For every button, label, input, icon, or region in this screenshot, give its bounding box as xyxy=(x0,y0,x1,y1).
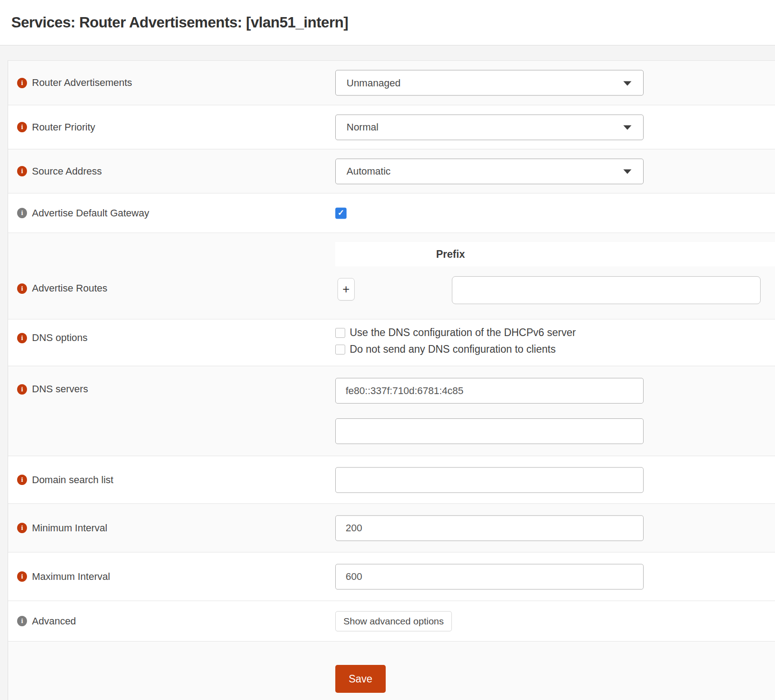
info-icon[interactable]: i xyxy=(17,166,27,176)
form-row-router-priority: i Router Priority Normal xyxy=(8,105,775,149)
dns-options-label: DNS options xyxy=(32,332,88,344)
info-icon[interactable]: i xyxy=(17,208,27,218)
router-priority-select[interactable]: Normal xyxy=(335,114,644,140)
form-row-source-address: i Source Address Automatic xyxy=(8,149,775,193)
info-icon[interactable]: i xyxy=(17,122,27,132)
prefix-column-header: Prefix xyxy=(436,248,465,260)
source-address-selected-value: Automatic xyxy=(347,166,391,177)
form-row-router-advertisements: i Router Advertisements Unmanaged xyxy=(8,61,775,105)
page-header: Services: Router Advertisements: [vlan51… xyxy=(0,0,775,45)
info-icon[interactable]: i xyxy=(17,333,27,343)
row-label: i Router Advertisements xyxy=(17,77,132,89)
caret-down-icon xyxy=(623,81,631,85)
dns-option-row: Do not send any DNS configuration to cli… xyxy=(335,343,556,355)
info-icon[interactable]: i xyxy=(17,616,27,626)
caret-down-icon xyxy=(623,170,631,174)
form-row-dns-options: i DNS options Use the DNS configuration … xyxy=(8,319,775,366)
info-icon[interactable]: i xyxy=(17,475,27,485)
form-row-save: Save xyxy=(8,641,775,700)
use-dhcpv6-dns-checkbox[interactable] xyxy=(335,328,345,338)
no-dns-config-checkbox[interactable] xyxy=(335,345,345,354)
row-label: i Minimum Interval xyxy=(17,522,107,534)
routes-table-header: Prefix xyxy=(335,242,775,266)
dns-servers-label: DNS servers xyxy=(32,383,88,395)
advertise-default-gateway-label: Advertise Default Gateway xyxy=(32,207,149,219)
form-row-advertise-routes: i Advertise Routes Prefix + xyxy=(8,233,775,319)
router-priority-label: Router Priority xyxy=(32,121,95,133)
add-route-button[interactable]: + xyxy=(338,278,355,301)
info-icon[interactable]: i xyxy=(17,523,27,533)
form-row-dns-servers: i DNS servers xyxy=(8,366,775,456)
show-advanced-options-button[interactable]: Show advanced options xyxy=(335,611,452,631)
source-address-label: Source Address xyxy=(32,166,102,177)
info-icon[interactable]: i xyxy=(17,283,27,294)
info-icon[interactable]: i xyxy=(17,571,27,582)
no-dns-config-label: Do not send any DNS configuration to cli… xyxy=(350,343,556,355)
row-label: i Domain search list xyxy=(17,474,113,486)
route-prefix-input[interactable] xyxy=(452,276,761,304)
row-label: i Advanced xyxy=(17,615,76,627)
advertise-default-gateway-checkbox[interactable] xyxy=(335,207,347,219)
form-row-advertise-default-gateway: i Advertise Default Gateway xyxy=(8,193,775,233)
row-label: i Advertise Routes xyxy=(17,283,108,294)
maximum-interval-label: Maximum Interval xyxy=(32,571,110,583)
advertise-routes-label: Advertise Routes xyxy=(32,283,108,294)
row-label: i Source Address xyxy=(17,166,102,177)
router-advertisements-label: Router Advertisements xyxy=(32,77,132,89)
dns-option-row: Use the DNS configuration of the DHCPv6 … xyxy=(335,327,576,339)
maximum-interval-input[interactable] xyxy=(335,564,644,589)
form-row-advanced: i Advanced Show advanced options xyxy=(8,601,775,641)
form-row-domain-search-list: i Domain search list xyxy=(8,456,775,503)
dns-server-1-input[interactable] xyxy=(335,378,644,404)
use-dhcpv6-dns-label: Use the DNS configuration of the DHCPv6 … xyxy=(350,327,576,339)
page-title: Services: Router Advertisements: [vlan51… xyxy=(11,14,348,31)
caret-down-icon xyxy=(623,126,631,130)
save-button[interactable]: Save xyxy=(335,665,386,693)
domain-search-list-input[interactable] xyxy=(335,467,644,493)
info-icon[interactable]: i xyxy=(17,384,27,395)
router-advertisements-selected-value: Unmanaged xyxy=(347,77,401,89)
router-priority-selected-value: Normal xyxy=(347,121,378,133)
info-icon[interactable]: i xyxy=(17,78,27,88)
row-label: i DNS options xyxy=(17,332,88,344)
advanced-label: Advanced xyxy=(32,615,76,627)
row-label: i Advertise Default Gateway xyxy=(17,207,149,219)
settings-form: i Router Advertisements Unmanaged i Rout… xyxy=(8,60,775,700)
domain-search-list-label: Domain search list xyxy=(32,474,113,486)
row-label: i Router Priority xyxy=(17,121,95,133)
row-label: i Maximum Interval xyxy=(17,571,110,583)
minimum-interval-input[interactable] xyxy=(335,515,644,541)
source-address-select[interactable]: Automatic xyxy=(335,158,644,184)
form-row-minimum-interval: i Minimum Interval xyxy=(8,503,775,552)
dns-server-2-input[interactable] xyxy=(335,418,644,444)
minimum-interval-label: Minimum Interval xyxy=(32,522,107,534)
row-label: i DNS servers xyxy=(17,383,88,395)
router-advertisements-select[interactable]: Unmanaged xyxy=(335,70,644,96)
form-row-maximum-interval: i Maximum Interval xyxy=(8,552,775,601)
